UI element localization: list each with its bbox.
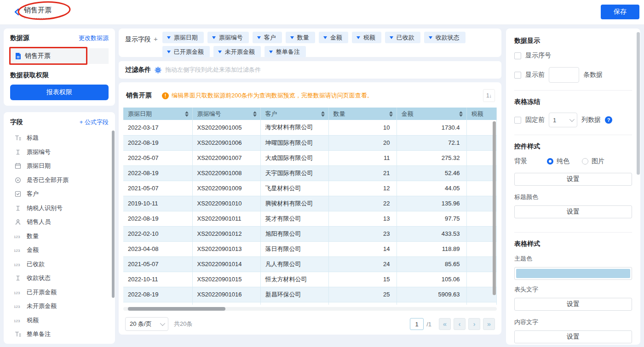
sort-arrows-icon[interactable] bbox=[253, 111, 257, 117]
show-top-checkbox[interactable] bbox=[514, 72, 521, 79]
display-field-chip[interactable]: 数量 bbox=[286, 32, 315, 43]
table-cell: 85.65 bbox=[397, 256, 466, 272]
theme-color-picker[interactable] bbox=[514, 267, 632, 280]
field-item[interactable]: 收款状态 bbox=[10, 271, 109, 285]
field-item[interactable]: 123已收款 bbox=[10, 257, 109, 272]
field-item[interactable]: 票据日期 bbox=[10, 159, 109, 173]
page-number-input[interactable] bbox=[410, 318, 424, 330]
sort-arrows-icon[interactable] bbox=[321, 111, 325, 117]
scrollbar-thumb[interactable] bbox=[128, 307, 225, 311]
field-item[interactable]: 是否已全部开票 bbox=[10, 173, 109, 188]
table-cell: 2022-08-19 bbox=[123, 287, 192, 302]
table-row[interactable]: 2022-03-17XS20220901005海安材料有限公司101730.4 bbox=[123, 120, 497, 135]
display-field-chip[interactable]: 已开票金额 bbox=[162, 46, 210, 57]
filter-drop-placeholder[interactable]: 拖动左侧字段到此处来添加过滤条件 bbox=[165, 66, 261, 74]
display-field-chip[interactable]: 票据编号 bbox=[207, 32, 249, 43]
field-item[interactable]: 123金额 bbox=[10, 243, 109, 257]
field-item[interactable]: 标题 bbox=[10, 131, 109, 145]
sort-order-icon[interactable]: 1↓ bbox=[483, 89, 495, 102]
column-header[interactable]: 票据日期 bbox=[123, 108, 192, 120]
datasource-item[interactable]: 销售开票 bbox=[10, 48, 109, 64]
column-header[interactable]: 金额 bbox=[397, 108, 466, 120]
sort-arrows-icon[interactable] bbox=[185, 111, 189, 117]
change-datasource-link[interactable]: 更改数据源 bbox=[79, 34, 109, 42]
display-field-chip[interactable]: 税额 bbox=[352, 32, 381, 43]
table-row[interactable]: 2019-10-11XS20220901010腾骏材料有限公司22135.96 bbox=[123, 196, 497, 211]
display-field-chip[interactable]: 票据日期 bbox=[162, 32, 204, 43]
image-radio[interactable] bbox=[582, 158, 588, 165]
column-header[interactable]: 票据编号 bbox=[192, 108, 260, 120]
freeze-checkbox[interactable] bbox=[514, 117, 521, 124]
solid-color-label: 纯色 bbox=[557, 157, 569, 165]
save-button[interactable]: 保存 bbox=[601, 5, 639, 19]
display-field-chip[interactable]: 已收款 bbox=[385, 32, 420, 43]
display-field-chip[interactable]: 客户 bbox=[253, 32, 282, 43]
page-size-select[interactable]: 20 条/页 bbox=[125, 317, 168, 331]
content-text-set-button[interactable]: 设置 bbox=[514, 330, 632, 343]
report-permission-button[interactable]: 报表权限 bbox=[10, 85, 109, 100]
field-item[interactable]: 123税额 bbox=[10, 313, 109, 328]
table-row[interactable]: 2022-08-19XS20220901008天宇国际有限公司2152.46 bbox=[123, 165, 497, 181]
field-item-label: 票据日期 bbox=[27, 162, 51, 170]
next-page-icon[interactable]: › bbox=[468, 318, 480, 330]
help-icon[interactable]: ? bbox=[605, 116, 612, 124]
table-cell: 5909.63 bbox=[397, 287, 466, 302]
last-page-icon[interactable]: » bbox=[483, 318, 495, 330]
column-header[interactable]: 客户 bbox=[260, 108, 328, 120]
field-item[interactable]: 整单备注 bbox=[10, 327, 109, 341]
show-top-input[interactable] bbox=[549, 67, 579, 83]
header-text-set-button[interactable]: 设置 bbox=[514, 298, 632, 311]
add-formula-field-link[interactable]: + 公式字段 bbox=[80, 118, 109, 126]
table-cell: 坤曜国际有限公司 bbox=[260, 135, 328, 150]
field-item[interactable]: 123数量 bbox=[10, 229, 109, 244]
table-row[interactable]: 2023-04-08XS20220901013落日有限公司14118.89 bbox=[123, 241, 497, 256]
field-item[interactable]: 票据编号 bbox=[10, 145, 109, 159]
add-display-field-button[interactable]: + bbox=[154, 35, 158, 43]
field-item[interactable]: 纳税人识别号 bbox=[10, 201, 109, 216]
table-row[interactable]: 2022-08-19XS20220901016新昌环保公司255909.63 bbox=[123, 287, 497, 302]
table-row[interactable]: 2022-05-07XS20220901007大成国际有限公司11275.32 bbox=[123, 150, 497, 165]
table-row[interactable]: 2021-05-07XS20220901014凡人有限公司2485.65 bbox=[123, 256, 497, 272]
table-cell bbox=[192, 302, 260, 305]
display-field-chip[interactable]: 未开票金额 bbox=[213, 46, 261, 57]
display-field-chips: 票据日期票据编号客户数量金额税额已收款收款状态已开票金额未开票金额整单备注 bbox=[162, 32, 495, 57]
sort-arrows-icon[interactable] bbox=[459, 111, 463, 117]
table-row[interactable]: 2022-10-11XS20220901015恒太方材料公司15105.06 bbox=[123, 272, 497, 287]
fields-scrollbar[interactable] bbox=[112, 131, 115, 298]
table-row[interactable]: 2022-08-19XS20220901006坤曜国际有限公司2072.1 bbox=[123, 135, 497, 150]
prev-page-icon[interactable]: ‹ bbox=[454, 318, 466, 330]
display-field-chip[interactable]: 收款状态 bbox=[424, 32, 466, 43]
display-fields-bar: 显示字段 + 票据日期票据编号客户数量金额税额已收款收款状态已开票金额未开票金额… bbox=[119, 28, 501, 57]
field-item[interactable]: 123未开票金额 bbox=[10, 299, 109, 313]
display-field-chip[interactable]: 金额 bbox=[319, 32, 348, 43]
table-cell: 2022-08-19 bbox=[123, 135, 192, 150]
chip-label: 票据日期 bbox=[174, 34, 198, 42]
number-icon: 123 bbox=[13, 289, 23, 296]
back-icon[interactable] bbox=[13, 8, 21, 16]
caret-down-icon bbox=[323, 36, 327, 39]
settings-scrollbar[interactable] bbox=[637, 32, 640, 175]
freeze-count-select[interactable]: 1 bbox=[549, 113, 577, 127]
background-set-button[interactable]: 设置 bbox=[514, 173, 632, 186]
first-page-icon[interactable]: « bbox=[439, 318, 451, 330]
gear-icon[interactable] bbox=[155, 67, 161, 74]
table-cell: 天宇国际有限公司 bbox=[260, 165, 328, 181]
table-horizontal-scrollbar[interactable] bbox=[123, 307, 497, 311]
display-field-chip[interactable]: 整单备注 bbox=[264, 46, 306, 57]
field-item[interactable]: 123已开票金额 bbox=[10, 285, 109, 300]
table-row[interactable]: 2021-05-07XS20220901009飞星材料公司1244.05 bbox=[123, 181, 497, 196]
table-cell: 2022-08-19 bbox=[123, 165, 192, 181]
table-row[interactable]: 2022-08-19XS20220901011英才有限公司1397.75 bbox=[123, 211, 497, 226]
sort-arrows-icon[interactable] bbox=[389, 111, 393, 117]
field-item[interactable]: 客户 bbox=[10, 187, 109, 201]
caret-down-icon bbox=[390, 36, 393, 39]
solid-color-radio[interactable] bbox=[547, 158, 553, 165]
table-cell bbox=[466, 287, 497, 302]
title-color-set-button[interactable]: 设置 bbox=[514, 205, 632, 218]
column-header[interactable]: 数量 bbox=[328, 108, 397, 120]
table-row[interactable]: 2022-02-10XS20220901012旭阳有限公司23433.53 bbox=[123, 226, 497, 241]
show-index-checkbox[interactable] bbox=[514, 52, 521, 59]
field-item[interactable]: 销售人员 bbox=[10, 215, 109, 229]
column-header[interactable]: 税额 bbox=[466, 108, 497, 120]
table-vertical-scrollbar[interactable] bbox=[493, 121, 496, 295]
